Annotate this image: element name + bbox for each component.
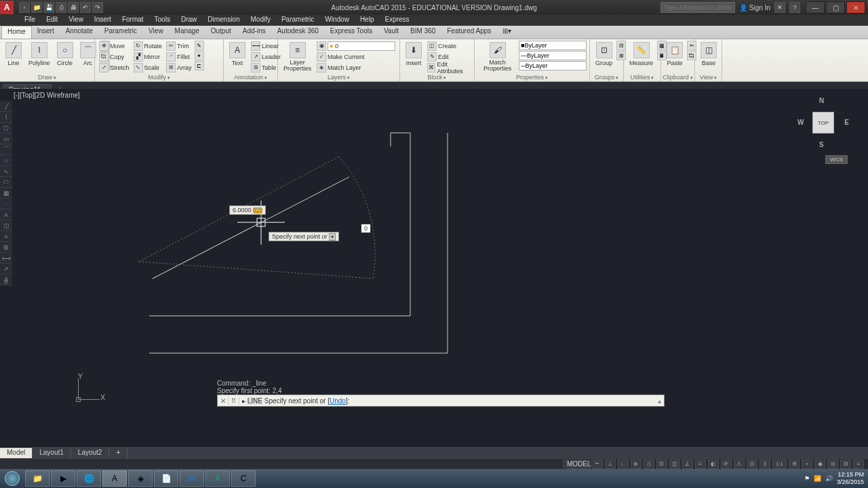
status-lineweight-icon[interactable]: ≡	[695, 460, 706, 469]
status-transparency-icon[interactable]: ◐	[708, 460, 719, 469]
tab-output[interactable]: Output	[205, 26, 237, 39]
taskbar-word-icon[interactable]: W	[180, 470, 204, 487]
lineweight-dropdown[interactable]: — ByLayer	[519, 51, 587, 60]
status-annoscale-icon[interactable]: Ⓐ	[747, 460, 757, 469]
layout-tab-layout1[interactable]: Layout1	[33, 448, 71, 458]
viewcube-south[interactable]: S	[819, 141, 824, 148]
status-3dosnap-icon[interactable]: ◫	[669, 460, 680, 469]
taskbar-chrome-icon[interactable]: 🌐	[77, 470, 101, 487]
group-properties-label[interactable]: Properties	[475, 74, 589, 81]
taskbar-media-icon[interactable]: ▶	[51, 470, 75, 487]
dynamic-angle-input[interactable]: 0	[361, 224, 371, 233]
rotate-button[interactable]: ↻Rotate	[132, 41, 164, 51]
scale-button[interactable]: ⤡Scale	[132, 62, 164, 73]
status-scale-button[interactable]: 1:1	[772, 460, 787, 469]
group-groups-label[interactable]: Groups	[590, 74, 623, 81]
qat-open-icon[interactable]: 📁	[31, 2, 42, 13]
tab-parametric[interactable]: Parametric	[99, 26, 143, 39]
status-polar-icon[interactable]: ⊕	[631, 460, 642, 469]
status-workspace-icon[interactable]: ⚙	[789, 460, 800, 469]
group-modify-label[interactable]: Modify	[95, 74, 223, 81]
status-otrack-icon[interactable]: ∠	[682, 460, 693, 469]
status-cycle-icon[interactable]: ⟳	[721, 460, 732, 469]
command-undo-link[interactable]: Undo	[330, 397, 346, 405]
drawing-area[interactable]: [-][Top][2D Wireframe] ╱ ⌇ ⬠ ▭ ⌒ ○ ∿ ⬭ ▦…	[0, 89, 868, 447]
tab-autodesk360[interactable]: Autodesk 360	[272, 26, 325, 39]
group-utilities-label[interactable]: Utilities	[624, 74, 660, 81]
explode-icon[interactable]: ✦	[195, 51, 204, 60]
layer-dropdown[interactable]: ● 0	[328, 41, 395, 51]
tab-annotate[interactable]: Annotate	[60, 26, 99, 39]
menu-edit[interactable]: Edit	[41, 15, 63, 26]
menu-modify[interactable]: Modify	[245, 15, 276, 26]
viewcube-west[interactable]: W	[797, 119, 804, 126]
menu-tools[interactable]: Tools	[149, 15, 176, 26]
trim-button[interactable]: ✂Trim	[165, 41, 193, 51]
menu-dimension[interactable]: Dimension	[202, 15, 245, 26]
color-dropdown[interactable]: ■ ByLayer	[519, 41, 587, 50]
menu-help[interactable]: Help	[355, 15, 380, 26]
qat-undo-icon[interactable]: ↶	[80, 2, 91, 13]
taskbar-notepad-icon[interactable]: 📄	[154, 470, 178, 487]
start-button[interactable]	[0, 469, 24, 488]
leader-button[interactable]: ↗Leader	[250, 52, 282, 62]
status-hardware-icon[interactable]: ◉	[814, 460, 825, 469]
close-button[interactable]: ✕	[846, 1, 865, 14]
menu-draw[interactable]: Draw	[176, 15, 202, 26]
table-button[interactable]: ⊞Table	[250, 62, 282, 73]
match-layer-button[interactable]: ◈Match Layer	[315, 62, 397, 73]
group-clipboard-label[interactable]: Clipboard	[661, 74, 694, 81]
menu-view[interactable]: View	[63, 15, 89, 26]
tab-bim360[interactable]: BIM 360	[405, 26, 441, 39]
tab-expresstools[interactable]: Express Tools	[325, 26, 378, 39]
view-cube[interactable]: N S E W TOP	[796, 96, 850, 150]
tab-view[interactable]: View	[143, 26, 170, 39]
qat-redo-icon[interactable]: ↷	[92, 2, 103, 13]
maximize-button[interactable]: ▢	[826, 1, 845, 14]
tray-flag-icon[interactable]: ⚑	[804, 475, 810, 482]
status-model-badge[interactable]: MODEL	[563, 460, 595, 468]
tray-clock[interactable]: 12:15 PM3/26/2015	[837, 471, 864, 486]
command-handle-icon[interactable]: ⠿	[229, 397, 239, 405]
help-search-input[interactable]	[660, 2, 735, 13]
minimize-button[interactable]: —	[806, 1, 825, 14]
group-draw-label[interactable]: Draw	[0, 74, 94, 81]
status-iso-icon[interactable]: ◇	[644, 460, 654, 469]
move-button[interactable]: ✥Move	[98, 41, 131, 51]
edit-attr-button[interactable]: ⌘Edit Attributes	[426, 62, 471, 73]
linear-button[interactable]: ⟷Linear	[250, 41, 282, 51]
app-icon[interactable]: A	[0, 1, 14, 14]
status-scale1-icon[interactable]: ⟠	[760, 460, 770, 469]
status-ortho-icon[interactable]: ∟	[618, 460, 629, 469]
viewcube-north[interactable]: N	[819, 97, 824, 104]
status-plus-icon[interactable]: +	[802, 460, 812, 469]
tab-manage[interactable]: Manage	[170, 26, 205, 39]
qat-new-icon[interactable]: ▫	[19, 2, 30, 13]
tray-volume-icon[interactable]: 🔊	[825, 475, 833, 482]
qat-saveas-icon[interactable]: ⎙	[56, 2, 66, 13]
layout-tab-add[interactable]: +	[109, 448, 127, 458]
exchange-icon[interactable]: ✕	[774, 2, 785, 13]
taskbar-app3-icon[interactable]: C	[231, 470, 256, 487]
qat-plot-icon[interactable]: 🖶	[68, 2, 79, 13]
fillet-button[interactable]: ◜Fillet	[165, 52, 193, 62]
group-block-label[interactable]: Block	[400, 74, 474, 81]
command-history-toggle-icon[interactable]: ▴	[655, 397, 664, 405]
status-dyn-icon[interactable]: ⊥	[605, 460, 616, 469]
linetype-dropdown[interactable]: ─ ByLayer	[519, 61, 587, 70]
tab-vault[interactable]: Vault	[378, 26, 405, 39]
menu-window[interactable]: Window	[319, 15, 355, 26]
stretch-button[interactable]: ⤢Stretch	[98, 62, 131, 73]
tab-home[interactable]: Home	[1, 26, 32, 39]
tray-network-icon[interactable]: 📶	[814, 475, 821, 482]
status-isolate-icon[interactable]: ◎	[827, 460, 838, 469]
tab-extra-icon[interactable]: ⊞▾	[497, 26, 517, 39]
command-line[interactable]: ✕ ⠿ ▸ LINE Specify next point or [Undo]:…	[217, 394, 665, 407]
tab-insert[interactable]: Insert	[32, 26, 60, 39]
viewcube-top-face[interactable]: TOP	[812, 112, 834, 134]
help-icon[interactable]: ?	[789, 2, 800, 13]
menu-format[interactable]: Format	[117, 15, 149, 26]
make-current-button[interactable]: ✓Make Current	[315, 52, 397, 62]
command-close-icon[interactable]: ✕	[218, 397, 229, 405]
taskbar-app2-icon[interactable]: ◈	[128, 470, 153, 487]
